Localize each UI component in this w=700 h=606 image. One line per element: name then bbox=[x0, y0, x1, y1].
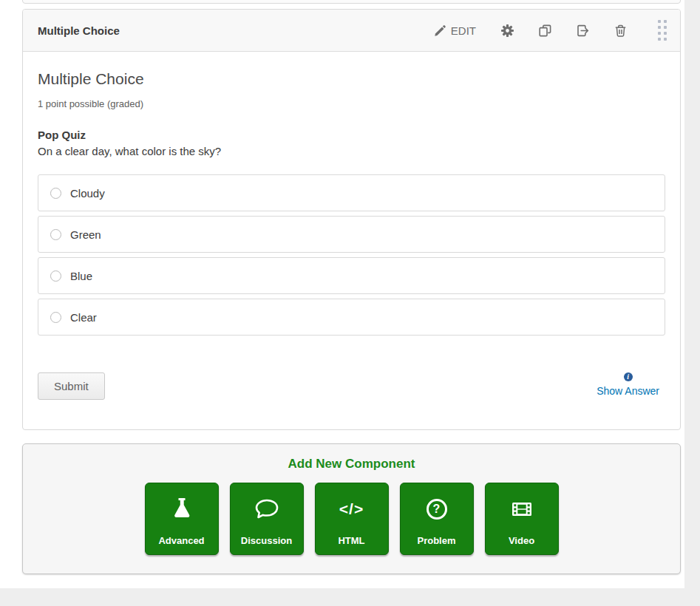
speech-bubble-icon bbox=[231, 483, 303, 535]
move-icon bbox=[577, 24, 589, 37]
choice-label: Clear bbox=[70, 311, 97, 324]
add-button-label: Advanced bbox=[158, 535, 204, 546]
problem-title: Multiple Choice bbox=[38, 69, 665, 88]
radio-button[interactable] bbox=[50, 188, 61, 199]
show-answer-block: i Show Answer bbox=[597, 372, 659, 397]
flask-icon bbox=[146, 483, 218, 535]
film-icon bbox=[486, 483, 558, 535]
add-problem-button[interactable]: ? Problem bbox=[400, 483, 474, 555]
add-video-button[interactable]: Video bbox=[485, 483, 559, 555]
previous-component-card-edge bbox=[22, 0, 681, 4]
trash-icon bbox=[614, 24, 627, 37]
choice-label: Blue bbox=[70, 270, 92, 282]
problem-preview: Multiple Choice 1 point possible (graded… bbox=[23, 52, 680, 429]
choice-row[interactable]: Blue bbox=[38, 257, 665, 294]
problem-actions: Submit i Show Answer bbox=[38, 372, 665, 400]
component-title: Multiple Choice bbox=[38, 24, 120, 37]
duplicate-icon bbox=[539, 24, 551, 37]
radio-button[interactable] bbox=[50, 270, 61, 282]
gear-icon bbox=[501, 24, 514, 37]
choice-row[interactable]: Green bbox=[38, 216, 665, 253]
question-mark-icon: ? bbox=[401, 483, 473, 535]
problem-points: 1 point possible (graded) bbox=[38, 98, 665, 109]
add-component-buttons: Advanced Discussion </> HTML ? Problem bbox=[23, 483, 680, 555]
choice-label: Cloudy bbox=[70, 187, 105, 200]
add-html-button[interactable]: </> HTML bbox=[315, 483, 389, 555]
add-button-label: Problem bbox=[417, 535, 455, 546]
add-button-label: HTML bbox=[338, 535, 364, 546]
delete-button[interactable] bbox=[611, 21, 630, 40]
component-actions: EDIT bbox=[432, 17, 673, 44]
radio-button[interactable] bbox=[50, 229, 61, 240]
add-discussion-button[interactable]: Discussion bbox=[230, 483, 304, 555]
duplicate-button[interactable] bbox=[536, 21, 554, 40]
component-card: Multiple Choice EDIT bbox=[22, 9, 681, 430]
pencil-icon bbox=[435, 25, 446, 36]
choice-row[interactable]: Clear bbox=[38, 299, 665, 336]
submit-button[interactable]: Submit bbox=[38, 372, 105, 400]
choice-list: Cloudy Green Blue Clear bbox=[38, 174, 665, 336]
drag-handle-icon[interactable] bbox=[655, 17, 670, 44]
problem-question: On a clear day, what color is the sky? bbox=[38, 145, 665, 157]
edit-button-label: EDIT bbox=[451, 24, 476, 37]
add-component-panel: Add New Component Advanced Discussion </… bbox=[22, 443, 681, 574]
add-component-title: Add New Component bbox=[23, 457, 680, 471]
add-advanced-button[interactable]: Advanced bbox=[145, 483, 219, 555]
edit-button[interactable]: EDIT bbox=[432, 21, 479, 40]
settings-button[interactable] bbox=[498, 21, 517, 40]
move-button[interactable] bbox=[574, 21, 592, 40]
info-icon: i bbox=[624, 372, 633, 381]
add-button-label: Video bbox=[509, 535, 534, 546]
component-card-header: Multiple Choice EDIT bbox=[23, 10, 680, 52]
code-icon: </> bbox=[316, 483, 388, 535]
add-button-label: Discussion bbox=[241, 535, 292, 546]
problem-prompt-label: Pop Quiz bbox=[38, 129, 665, 141]
choice-row[interactable]: Cloudy bbox=[38, 174, 665, 211]
radio-button[interactable] bbox=[50, 312, 61, 323]
show-answer-link[interactable]: Show Answer bbox=[597, 385, 659, 397]
choice-label: Green bbox=[70, 228, 101, 241]
